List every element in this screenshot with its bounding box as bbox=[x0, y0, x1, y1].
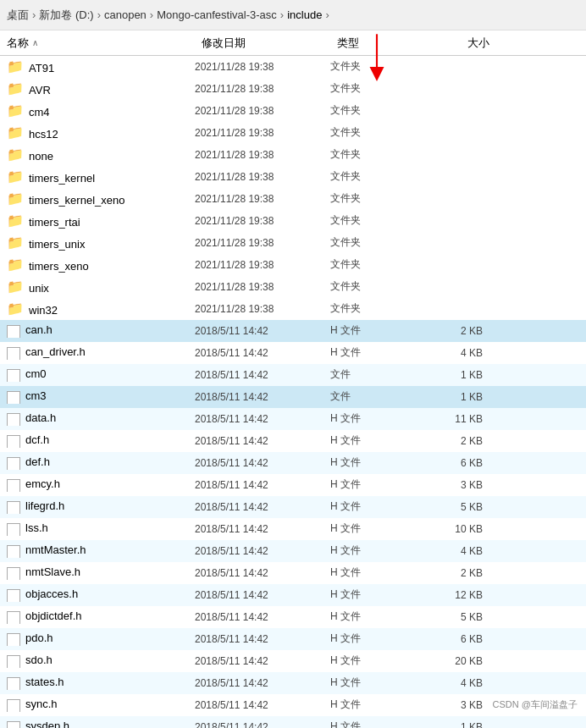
breadcrumb-sep: › bbox=[325, 8, 329, 21]
list-item[interactable]: lifegrd.h 2018/5/11 14:42 H 文件 5 KB bbox=[0, 496, 586, 518]
file-type: H 文件 bbox=[330, 433, 415, 448]
file-date: 2021/11/28 19:38 bbox=[195, 193, 330, 205]
list-item[interactable]: 📁AT91 2021/11/28 19:38 文件夹 bbox=[0, 56, 586, 78]
file-doc-icon bbox=[7, 611, 20, 624]
file-type: H 文件 bbox=[330, 543, 415, 558]
list-item[interactable]: 📁cm4 2021/11/28 19:38 文件夹 bbox=[0, 100, 586, 122]
list-item[interactable]: pdo.h 2018/5/11 14:42 H 文件 6 KB bbox=[0, 628, 586, 650]
list-item[interactable]: data.h 2018/5/11 14:42 H 文件 11 KB bbox=[0, 408, 586, 430]
breadcrumb-sep: › bbox=[32, 8, 36, 21]
list-item[interactable]: sdo.h 2018/5/11 14:42 H 文件 20 KB bbox=[0, 650, 586, 672]
col-type-header[interactable]: 类型 bbox=[337, 36, 422, 51]
file-doc-icon bbox=[7, 677, 20, 690]
file-date: 2018/5/11 14:42 bbox=[195, 523, 330, 535]
file-size: 3 KB bbox=[415, 479, 483, 491]
file-size: 1 KB bbox=[415, 721, 483, 729]
list-item[interactable]: 📁timers_unix 2021/11/28 19:38 文件夹 bbox=[0, 232, 586, 254]
file-doc-icon bbox=[7, 721, 20, 728]
folder-icon: 📁 bbox=[7, 212, 24, 229]
list-item[interactable]: 📁hcs12 2021/11/28 19:38 文件夹 bbox=[0, 122, 586, 144]
folder-icon: 📁 bbox=[7, 146, 24, 163]
file-type: H 文件 bbox=[330, 455, 415, 470]
file-doc-icon bbox=[7, 369, 20, 382]
list-item[interactable]: 📁none 2021/11/28 19:38 文件夹 bbox=[0, 144, 586, 166]
list-item[interactable]: can_driver.h 2018/5/11 14:42 H 文件 4 KB bbox=[0, 342, 586, 364]
folder-icon: 📁 bbox=[7, 301, 24, 317]
breadcrumb-current[interactable]: include bbox=[287, 8, 322, 21]
folder-icon: 📁 bbox=[7, 102, 24, 119]
file-name: objdictdef.h bbox=[7, 609, 195, 624]
col-date-header[interactable]: 修改日期 bbox=[202, 36, 337, 51]
list-item[interactable]: 📁timers_xeno 2021/11/28 19:38 文件夹 bbox=[0, 254, 586, 276]
file-type: 文件夹 bbox=[330, 213, 415, 228]
file-name: can.h bbox=[7, 323, 195, 338]
file-date: 2018/5/11 14:42 bbox=[195, 369, 330, 381]
file-name: lss.h bbox=[7, 521, 195, 536]
file-doc-icon bbox=[7, 567, 20, 580]
list-item[interactable]: objacces.h 2018/5/11 14:42 H 文件 12 KB bbox=[0, 584, 586, 606]
folder-icon: 📁 bbox=[7, 58, 24, 75]
file-name: 📁timers_rtai bbox=[7, 212, 195, 229]
folder-icon: 📁 bbox=[7, 190, 24, 207]
col-name-label: 名称 bbox=[7, 36, 29, 51]
file-type: 文件夹 bbox=[330, 125, 415, 140]
file-doc-icon bbox=[7, 633, 20, 646]
file-type: 文件夹 bbox=[330, 103, 415, 118]
file-doc-icon bbox=[7, 699, 20, 712]
file-date: 2018/5/11 14:42 bbox=[195, 699, 330, 711]
file-name: 📁win32 bbox=[7, 301, 195, 317]
file-date: 2018/5/11 14:42 bbox=[195, 457, 330, 469]
breadcrumb-item[interactable]: canopen bbox=[104, 8, 146, 21]
file-type: H 文件 bbox=[330, 654, 415, 668]
list-item[interactable]: cm3 2018/5/11 14:42 文件 1 KB bbox=[0, 386, 586, 408]
file-type: 文件夹 bbox=[330, 147, 415, 162]
file-size: 3 KB bbox=[415, 699, 483, 711]
list-item[interactable]: objdictdef.h 2018/5/11 14:42 H 文件 5 KB bbox=[0, 606, 586, 628]
file-doc-icon bbox=[7, 479, 20, 492]
list-item[interactable]: can.h 2018/5/11 14:42 H 文件 2 KB bbox=[0, 320, 586, 342]
folder-icon: 📁 bbox=[7, 256, 24, 273]
list-item[interactable]: cm0 2018/5/11 14:42 文件 1 KB bbox=[0, 364, 586, 386]
file-name: 📁timers_kernel_xeno bbox=[7, 190, 195, 207]
file-doc-icon bbox=[7, 413, 20, 426]
file-date: 2021/11/28 19:38 bbox=[195, 237, 330, 249]
breadcrumb-item[interactable]: 桌面 bbox=[7, 8, 29, 23]
file-date: 2018/5/11 14:42 bbox=[195, 545, 330, 557]
list-item[interactable]: emcy.h 2018/5/11 14:42 H 文件 3 KB bbox=[0, 474, 586, 496]
list-item[interactable]: nmtSlave.h 2018/5/11 14:42 H 文件 2 KB bbox=[0, 562, 586, 584]
file-date: 2021/11/28 19:38 bbox=[195, 259, 330, 271]
list-item[interactable]: 📁timers_kernel_xeno 2021/11/28 19:38 文件夹 bbox=[0, 188, 586, 210]
list-item[interactable]: dcf.h 2018/5/11 14:42 H 文件 2 KB bbox=[0, 430, 586, 452]
list-item[interactable]: 📁AVR 2021/11/28 19:38 文件夹 bbox=[0, 78, 586, 100]
file-type: H 文件 bbox=[330, 720, 415, 728]
breadcrumb-item[interactable]: 新加卷 (D:) bbox=[39, 8, 93, 23]
file-name: 📁timers_unix bbox=[7, 234, 195, 251]
file-date: 2018/5/11 14:42 bbox=[195, 325, 330, 337]
list-item[interactable]: sysdep.h 2018/5/11 14:42 H 文件 1 KB bbox=[0, 716, 586, 728]
list-item[interactable]: states.h 2018/5/11 14:42 H 文件 4 KB bbox=[0, 672, 586, 694]
file-doc-icon bbox=[7, 457, 20, 470]
file-date: 2021/11/28 19:38 bbox=[195, 171, 330, 183]
list-item[interactable]: def.h 2018/5/11 14:42 H 文件 6 KB bbox=[0, 452, 586, 474]
file-doc-icon bbox=[7, 325, 20, 338]
file-type: H 文件 bbox=[330, 676, 415, 690]
list-item[interactable]: nmtMaster.h 2018/5/11 14:42 H 文件 4 KB bbox=[0, 540, 586, 562]
file-name: lifegrd.h bbox=[7, 499, 195, 514]
breadcrumb-sep: › bbox=[97, 8, 101, 21]
file-type: 文件夹 bbox=[330, 235, 415, 250]
file-date: 2018/5/11 14:42 bbox=[195, 347, 330, 359]
file-size: 10 KB bbox=[415, 523, 483, 535]
breadcrumb-item[interactable]: Mongo-canfestival-3-asc bbox=[157, 8, 277, 21]
file-name: 📁unix bbox=[7, 279, 195, 295]
list-item[interactable]: lss.h 2018/5/11 14:42 H 文件 10 KB bbox=[0, 518, 586, 540]
list-item[interactable]: 📁timers_kernel 2021/11/28 19:38 文件夹 bbox=[0, 166, 586, 188]
list-item[interactable]: 📁unix 2021/11/28 19:38 文件夹 bbox=[0, 276, 586, 298]
file-date: 2018/5/11 14:42 bbox=[195, 633, 330, 645]
file-name: objacces.h bbox=[7, 587, 195, 602]
file-name: can_driver.h bbox=[7, 345, 195, 360]
list-item[interactable]: 📁win32 2021/11/28 19:38 文件夹 bbox=[0, 298, 586, 320]
col-size-header[interactable]: 大小 bbox=[422, 36, 489, 51]
file-date: 2018/5/11 14:42 bbox=[195, 567, 330, 579]
col-name-header[interactable]: 名称 ∧ bbox=[7, 36, 202, 51]
list-item[interactable]: 📁timers_rtai 2021/11/28 19:38 文件夹 bbox=[0, 210, 586, 232]
